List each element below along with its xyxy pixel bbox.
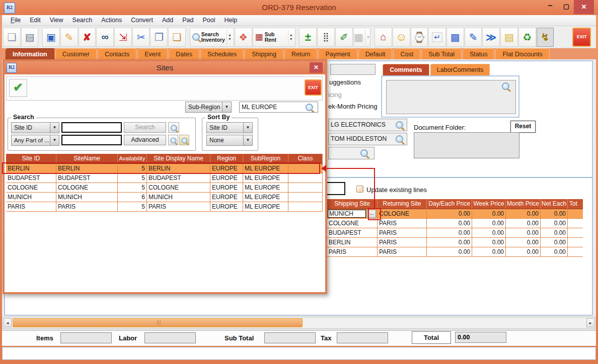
menu-file[interactable]: File bbox=[6, 15, 25, 26]
sub-rent-dropdown-icon[interactable]: ▼▼ bbox=[288, 30, 293, 45]
dialog-confirm-button[interactable]: ✔ bbox=[9, 79, 27, 97]
comments-textarea[interactable] bbox=[386, 80, 516, 114]
print-button[interactable]: ▤ bbox=[21, 28, 39, 47]
comments-search-icon[interactable] bbox=[502, 82, 509, 90]
week-price-cell[interactable]: 0.00 bbox=[472, 228, 506, 238]
net-each-cell[interactable]: 0.00 bbox=[541, 209, 568, 219]
search-inventory-button[interactable]: Search Inventory ▼▼ bbox=[190, 28, 234, 47]
horizontal-scrollbar[interactable]: ◄ ► bbox=[2, 317, 596, 329]
tab-contacts[interactable]: Contacts bbox=[98, 48, 136, 60]
partial-field[interactable] bbox=[330, 64, 376, 75]
grid-search-button[interactable] bbox=[179, 135, 189, 145]
tab-dates[interactable]: Dates bbox=[169, 48, 199, 60]
week-price-cell[interactable]: 0.00 bbox=[472, 219, 506, 228]
shipping-row-munich[interactable]: MUNICH ... COLOGNE 0.00 0.00 0.00 0.00 bbox=[327, 209, 584, 219]
search-zoom-button[interactable] bbox=[168, 122, 179, 133]
blocks-button[interactable]: ▩ bbox=[446, 28, 464, 47]
col-week-price[interactable]: Week Price bbox=[472, 199, 506, 209]
display-name-cell[interactable]: MUNICH bbox=[147, 193, 210, 202]
tab-sub-total[interactable]: Sub Total bbox=[421, 48, 462, 60]
chevron-down-icon[interactable]: ▼ bbox=[50, 122, 59, 133]
total-cell[interactable] bbox=[568, 228, 583, 238]
scroll-right-icon[interactable]: ► bbox=[586, 318, 594, 327]
pool-button[interactable]: ⣿ bbox=[317, 28, 335, 47]
shapes-button[interactable]: ❖ bbox=[235, 28, 252, 47]
sub-rent-button[interactable]: ▦ Sub Rent ▼▼ bbox=[253, 28, 295, 47]
scrollbar-thumb[interactable] bbox=[13, 318, 303, 327]
shipping-row-paris[interactable]: PARIS PARIS 0.00 0.00 0.00 0.00 bbox=[327, 247, 584, 257]
month-price-cell[interactable]: 0.00 bbox=[506, 238, 541, 247]
chevron-down-icon[interactable]: ▼ bbox=[243, 122, 253, 133]
display-name-cell[interactable]: COLOGNE bbox=[147, 183, 210, 193]
menu-actions[interactable]: Actions bbox=[97, 15, 126, 26]
day-price-cell[interactable]: 0.00 bbox=[427, 238, 472, 247]
chevron-down-icon[interactable]: ▼ bbox=[243, 135, 253, 146]
display-name-cell[interactable]: BUDAPEST bbox=[147, 173, 210, 183]
calendar-dropdown-icon[interactable]: ▼ bbox=[365, 30, 370, 45]
new-button[interactable]: ❏ bbox=[3, 28, 21, 47]
total-cell[interactable] bbox=[568, 209, 583, 219]
update-existing-lines-checkbox[interactable] bbox=[356, 186, 363, 193]
col-month-price[interactable]: Month Price bbox=[506, 199, 541, 209]
class-cell[interactable] bbox=[288, 193, 323, 202]
document-folder-box[interactable] bbox=[414, 132, 519, 158]
edit-button[interactable]: ✎ bbox=[60, 28, 78, 47]
shortcut-button[interactable]: ↵ bbox=[428, 28, 446, 47]
shipping-row-budapest[interactable]: BUDAPEST PARIS 0.00 0.00 0.00 0.00 bbox=[327, 228, 584, 238]
tab-labor-comments[interactable]: LaborComments bbox=[430, 64, 490, 75]
tab-cost[interactable]: Cost bbox=[393, 48, 420, 60]
dialog-close-button[interactable]: ✕ bbox=[310, 62, 323, 73]
customer-search-icon[interactable] bbox=[396, 121, 403, 129]
invoice-button[interactable]: ▤ bbox=[500, 28, 518, 47]
shipping-site-editor[interactable]: MUNICH bbox=[328, 210, 366, 218]
net-each-cell[interactable]: 0.00 bbox=[541, 228, 568, 238]
menu-help[interactable]: Help bbox=[220, 15, 242, 26]
save-button[interactable]: ▣ bbox=[42, 28, 60, 47]
search-input-2[interactable] bbox=[61, 135, 122, 145]
sort-primary-dropdown[interactable]: Site ID ▼ bbox=[206, 122, 253, 133]
delete-button[interactable]: ✘ bbox=[79, 28, 96, 47]
tab-default[interactable]: Default bbox=[358, 48, 393, 60]
menu-search[interactable]: Search bbox=[68, 15, 97, 26]
site-id-cell[interactable]: MUNICH bbox=[6, 193, 56, 202]
search-button[interactable]: Search bbox=[124, 122, 166, 133]
paste-button[interactable]: ❑ bbox=[168, 28, 186, 47]
smiley-button[interactable]: ☺ bbox=[393, 28, 410, 47]
region-cell[interactable]: EUROPE bbox=[210, 173, 243, 183]
site-row-cologne[interactable]: COLOGNE COLOGNE 5 COLOGNE EUROPE ML EURO… bbox=[6, 183, 323, 193]
site-row-budapest[interactable]: BUDAPEST BUDAPEST 5 BUDAPEST EUROPE ML E… bbox=[6, 173, 323, 183]
menu-convert[interactable]: Convert bbox=[126, 15, 158, 26]
returning-site-cell[interactable]: PARIS bbox=[378, 238, 427, 247]
month-price-cell[interactable]: 0.00 bbox=[506, 209, 541, 219]
tab-shipping[interactable]: Shipping bbox=[245, 48, 283, 60]
day-price-cell[interactable]: 0.00 bbox=[427, 247, 472, 257]
menu-view[interactable]: View bbox=[45, 15, 68, 26]
cut-button[interactable]: ✂ bbox=[132, 28, 150, 47]
shipping-site-cell[interactable]: BERLIN bbox=[327, 238, 378, 247]
notepad-button[interactable]: ✐ bbox=[335, 28, 353, 47]
chevron-down-icon[interactable]: ▼ bbox=[50, 135, 59, 146]
availability-cell[interactable]: 5 bbox=[118, 183, 147, 193]
net-each-cell[interactable]: 0.00 bbox=[541, 238, 568, 247]
day-price-cell[interactable]: 0.00 bbox=[427, 228, 472, 238]
week-price-cell[interactable]: 0.00 bbox=[472, 209, 506, 219]
lightning-button[interactable]: ↯ bbox=[537, 28, 554, 47]
net-each-cell[interactable]: 0.00 bbox=[541, 219, 568, 228]
sort-secondary-dropdown[interactable]: None ▼ bbox=[206, 135, 253, 146]
shipping-row-berlin[interactable]: BERLIN PARIS 0.00 0.00 0.00 0.00 bbox=[327, 238, 584, 247]
col-day-each-price[interactable]: Day/Each Price bbox=[427, 199, 472, 209]
returning-site-cell[interactable]: PARIS bbox=[378, 219, 427, 228]
site-id-cell[interactable]: COLOGNE bbox=[6, 183, 56, 193]
advanced-button[interactable]: Advanced bbox=[124, 135, 166, 145]
site-name-cell[interactable]: MUNICH bbox=[56, 193, 118, 202]
day-price-cell[interactable]: 0.00 bbox=[427, 209, 472, 219]
search-field-dropdown[interactable]: Site ID ▼ bbox=[11, 122, 59, 133]
region-type-dropdown[interactable]: Sub-Region ▼ bbox=[185, 102, 232, 113]
tab-status[interactable]: Status bbox=[463, 48, 494, 60]
quantity-field[interactable] bbox=[326, 182, 345, 195]
site-name-cell[interactable]: BUDAPEST bbox=[56, 173, 118, 183]
region-cell[interactable]: EUROPE bbox=[210, 183, 243, 193]
col-net-each[interactable]: Net Each bbox=[541, 199, 568, 209]
day-price-cell[interactable]: 0.00 bbox=[427, 219, 472, 228]
site-row-munich[interactable]: MUNICH MUNICH 6 MUNICH EUROPE ML EUROPE bbox=[6, 193, 323, 202]
